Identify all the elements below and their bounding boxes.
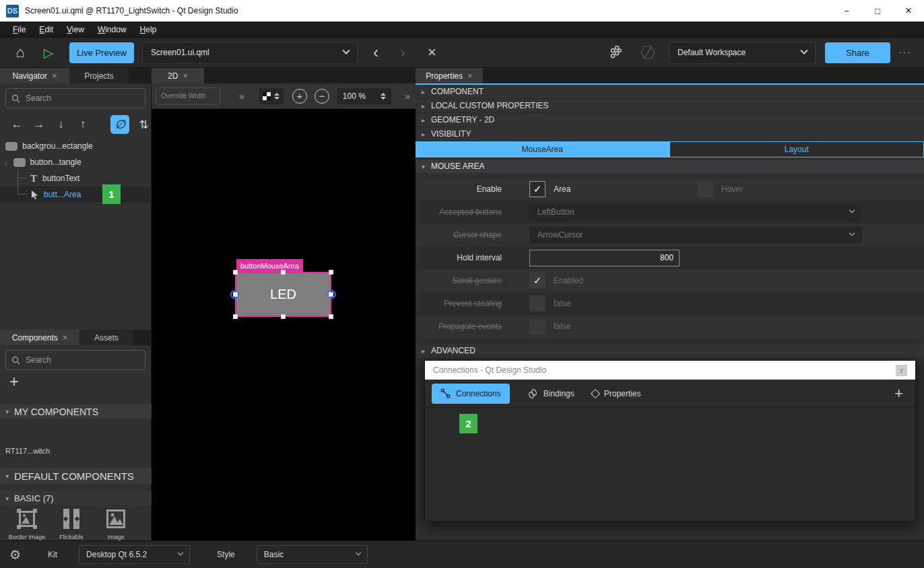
- close-tab-icon[interactable]: ×: [467, 71, 473, 81]
- tab-navigator[interactable]: Navigator ×: [0, 68, 69, 83]
- close-document-icon[interactable]: ×: [428, 44, 436, 61]
- component-flickable[interactable]: Flickable: [57, 507, 86, 540]
- run-play-icon[interactable]: ▷: [37, 45, 60, 61]
- menu-view[interactable]: View: [61, 23, 90, 36]
- zoom-in-button[interactable]: +: [292, 89, 307, 104]
- close-button[interactable]: ×: [893, 0, 924, 22]
- section-my-components[interactable]: ▾ MY COMPONENTS: [0, 404, 152, 419]
- close-tab-icon[interactable]: ×: [183, 71, 188, 81]
- subtab-layout[interactable]: Layout: [669, 141, 924, 157]
- resize-handle[interactable]: [329, 292, 333, 297]
- menu-file[interactable]: File: [7, 23, 32, 36]
- propagate-events-value: false: [554, 322, 570, 331]
- maximize-button[interactable]: □: [862, 0, 893, 22]
- reverse-order-icon[interactable]: ⇅: [136, 118, 152, 132]
- resize-handle[interactable]: [281, 314, 286, 319]
- move-right-icon[interactable]: →: [32, 118, 47, 131]
- tab-assets[interactable]: Assets: [79, 330, 133, 345]
- rectangle-icon: [5, 142, 18, 151]
- cursor-shape-dropdown[interactable]: ArrowCursor: [529, 227, 862, 244]
- section-advanced[interactable]: ▸ ADVANCED: [416, 344, 924, 357]
- file-selector-dropdown[interactable]: Screen01.ui.qml: [142, 42, 358, 64]
- accepted-buttons-dropdown[interactable]: LeftButton: [529, 204, 862, 221]
- resize-handle[interactable]: [329, 270, 333, 275]
- step-badge-2: 2: [459, 414, 477, 433]
- subtab-mousearea[interactable]: MouseArea: [416, 141, 669, 157]
- section-visibility[interactable]: ▸ VISIBILITY: [416, 127, 924, 141]
- gear-icon[interactable]: ⚙: [9, 547, 21, 563]
- tab-properties[interactable]: Properties ×: [416, 68, 483, 83]
- zoom-level-selector[interactable]: 100 %: [337, 88, 391, 104]
- tab-components[interactable]: Components ×: [0, 330, 79, 345]
- component-rt1170-lightswitch[interactable]: RT117...witch: [5, 447, 50, 455]
- share-button[interactable]: Share: [825, 42, 890, 63]
- section-local-custom-properties[interactable]: ▸ LOCAL CUSTOM PROPERTIES: [416, 99, 924, 113]
- prevent-stealing-checkbox[interactable]: [529, 295, 546, 312]
- override-width-input[interactable]: [156, 87, 220, 105]
- add-module-icon[interactable]: +: [9, 372, 19, 391]
- navigator-search-input[interactable]: [26, 94, 120, 103]
- zoom-out-button[interactable]: −: [315, 89, 329, 104]
- section-default-components[interactable]: ▾ DEFAULT COMPONENTS: [0, 468, 152, 484]
- components-grid: Border Image Flickable: [0, 507, 152, 540]
- design-canvas[interactable]: buttonMouseArea LED: [152, 109, 416, 540]
- tab-2d[interactable]: 2D ×: [152, 68, 204, 83]
- tree-item-button-rectangle[interactable]: ↓ button...tangle: [0, 154, 152, 170]
- annotations-nodes-icon[interactable]: [608, 44, 624, 61]
- overflow-chevrons-icon[interactable]: »: [405, 91, 410, 102]
- section-component[interactable]: ▸ COMPONENT: [416, 85, 924, 99]
- tree-item-buttonmousearea[interactable]: butt...Area 1: [0, 186, 152, 203]
- move-left-icon[interactable]: ←: [9, 118, 25, 131]
- navigator-search[interactable]: [5, 88, 145, 108]
- close-tab-icon[interactable]: ×: [52, 71, 57, 81]
- tab-projects[interactable]: Projects: [69, 68, 129, 83]
- move-up-icon[interactable]: ↑: [75, 118, 91, 131]
- move-down-icon[interactable]: ↓: [53, 118, 69, 131]
- hover-checkbox[interactable]: [697, 181, 713, 197]
- component-border-image[interactable]: Border Image: [12, 507, 42, 540]
- component-image[interactable]: Image: [101, 507, 131, 540]
- back-icon[interactable]: ‹: [368, 43, 383, 62]
- kit-dropdown[interactable]: Desktop Qt 6.5.2: [79, 545, 190, 564]
- add-connection-icon[interactable]: +: [894, 385, 903, 402]
- resize-handle[interactable]: [281, 270, 286, 275]
- scroll-gesture-checkbox[interactable]: ✓: [529, 273, 546, 289]
- tab-connections[interactable]: Connections: [432, 384, 510, 404]
- menu-edit[interactable]: Edit: [33, 23, 59, 36]
- forward-icon[interactable]: ›: [395, 43, 410, 62]
- resize-handle[interactable]: [233, 292, 238, 297]
- components-search[interactable]: [5, 350, 145, 370]
- area-checkbox[interactable]: ✓: [529, 181, 546, 197]
- edit-annotation-icon[interactable]: [639, 44, 657, 61]
- propagate-events-checkbox[interactable]: [529, 318, 546, 334]
- hold-interval-input[interactable]: [529, 250, 680, 267]
- background-color-selector[interactable]: [259, 88, 284, 104]
- show-invisible-toggle[interactable]: ∅: [110, 115, 129, 134]
- home-icon[interactable]: ⌂: [9, 44, 32, 61]
- resize-handle[interactable]: [233, 270, 238, 275]
- minimize-button[interactable]: −: [831, 0, 862, 22]
- style-dropdown[interactable]: Basic: [257, 545, 368, 564]
- workspace-dropdown[interactable]: Default Workspace: [669, 42, 816, 64]
- close-icon[interactable]: x: [896, 365, 907, 376]
- menu-window[interactable]: Window: [92, 23, 133, 36]
- section-basic[interactable]: ▾ BASIC (7): [0, 491, 152, 505]
- resize-handle[interactable]: [329, 314, 333, 319]
- section-mouse-area[interactable]: ▾ MOUSE AREA: [416, 159, 924, 173]
- scroll-gesture-value: Enabled: [554, 276, 583, 285]
- tree-item-background-rectangle[interactable]: backgrou...ectangle: [0, 138, 152, 154]
- close-tab-icon[interactable]: ×: [63, 332, 68, 343]
- tab-properties-bindings[interactable]: Properties: [592, 389, 641, 398]
- menu-help[interactable]: Help: [134, 23, 163, 36]
- chevron-down-icon: [342, 47, 350, 55]
- live-preview-button[interactable]: Live Preview: [69, 42, 134, 63]
- overflow-chevrons-icon[interactable]: »: [239, 91, 244, 102]
- resize-handle[interactable]: [233, 314, 238, 319]
- tab-bindings[interactable]: Bindings: [527, 388, 574, 399]
- expand-arrow-icon[interactable]: ↓: [4, 158, 8, 166]
- led-button-component[interactable]: LED: [235, 272, 331, 317]
- components-search-input[interactable]: [26, 355, 120, 365]
- connections-window-titlebar[interactable]: Connections - Qt Design Studio x: [425, 361, 915, 380]
- more-options-icon[interactable]: ⋯: [898, 45, 912, 60]
- section-geometry-2d[interactable]: ▸ GEOMETRY - 2D: [416, 113, 924, 127]
